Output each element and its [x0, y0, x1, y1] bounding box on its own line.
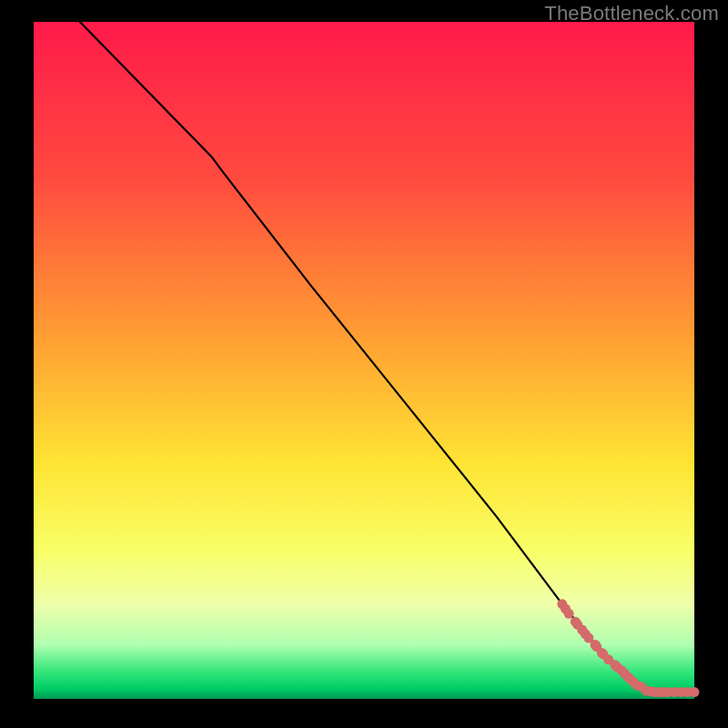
marker-point: [690, 687, 700, 697]
chart-stage: { "attribution": "TheBottleneck.com", "c…: [0, 0, 728, 728]
marker-point: [564, 609, 574, 619]
bottleneck-chart: [0, 0, 728, 728]
plot-area-gradient: [34, 22, 694, 699]
attribution-label: TheBottleneck.com: [544, 2, 719, 25]
